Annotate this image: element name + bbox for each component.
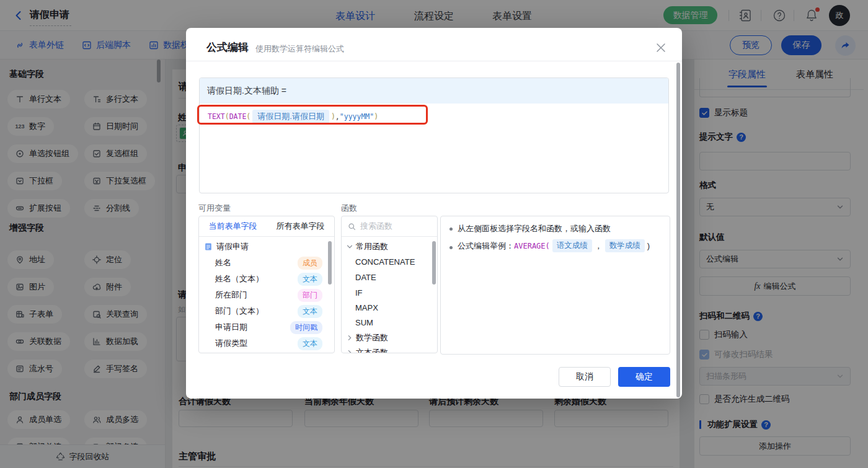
tree-item[interactable]: 请假日期 时间戳: [199, 351, 334, 353]
search-placeholder: 搜索函数: [360, 221, 392, 232]
tip-example-chip: 语文成绩: [552, 239, 592, 252]
formula-paren: (: [246, 112, 250, 121]
formula-fn-date: DATE: [229, 112, 247, 121]
tree-item[interactable]: 部门（文本） 文本: [199, 303, 334, 319]
formula-editor-modal: 公式编辑 使用数学运算符编辑公式 请假日期.文本辅助 = TEXT(DATE(请…: [186, 28, 682, 399]
tip-example-fn: AVERAGE(: [514, 242, 550, 250]
tip-example-chip: 数学成绩: [605, 239, 645, 252]
fn-item-concatenate[interactable]: CONCATENATE: [342, 254, 437, 270]
variables-tabs: 当前表单字段 所有表单字段: [199, 216, 334, 237]
functions-scrollbar-thumb[interactable]: [432, 241, 436, 285]
divider: [186, 61, 682, 61]
chevron-right-icon: [346, 349, 353, 354]
function-search-input[interactable]: 搜索函数: [342, 216, 437, 237]
tip-line-1: 从左侧面板选择字段名和函数，或输入函数: [458, 223, 611, 234]
fn-group-label: 数学函数: [356, 332, 388, 343]
type-badge: 成员: [298, 257, 322, 270]
tip-example-close: ): [647, 241, 650, 250]
functions-label: 函数: [341, 203, 357, 214]
functions-panel: 搜索函数 常用函数 CONCATENATE DATE IF MAPX SUM 数…: [341, 216, 438, 353]
formula-editor-box[interactable]: 请假日期.文本辅助 = TEXT(DATE(请假日期.请假日期),"yyyyMM…: [199, 77, 669, 193]
fn-item-if[interactable]: IF: [342, 285, 437, 301]
formula-fn-text: TEXT: [208, 112, 225, 121]
bullet-dot: [450, 227, 453, 231]
type-badge: 时间戳: [290, 321, 322, 334]
confirm-button[interactable]: 确定: [618, 367, 670, 387]
formula-target-strip: 请假日期.文本辅助 =: [200, 78, 668, 104]
type-badge: 文本: [298, 273, 322, 286]
tree-item[interactable]: 姓名（文本） 文本: [199, 271, 334, 287]
fn-group-text[interactable]: 文本函数: [342, 345, 437, 353]
formula-target-text: 请假日期.文本辅助 =: [207, 86, 286, 97]
type-badge: 文本: [298, 305, 322, 318]
modal-subtitle: 使用数学运算符编辑公式: [255, 43, 344, 55]
formula-paren: (: [225, 112, 229, 121]
chevron-down-icon: [346, 243, 353, 250]
close-icon[interactable]: [655, 42, 666, 53]
tree-item[interactable]: 请假类型 文本: [199, 335, 334, 351]
fn-group-math[interactable]: 数学函数: [342, 330, 437, 345]
formula-comma: ,: [335, 112, 340, 121]
variables-scrollbar-thumb[interactable]: [328, 241, 332, 285]
tree-item-label: 申请日期: [215, 322, 247, 333]
type-badge: 文本: [298, 337, 322, 350]
formula-paren: ): [374, 112, 378, 121]
fn-group-label: 文本函数: [356, 347, 388, 354]
tip-example-prefix: 公式编辑举例：: [458, 241, 514, 252]
fn-item-date[interactable]: DATE: [342, 270, 437, 285]
fn-item-sum[interactable]: SUM: [342, 315, 437, 330]
type-badge: 部门: [298, 289, 322, 302]
formula-paren: ): [331, 112, 335, 121]
tree-item-label: 请假类型: [215, 338, 247, 349]
tip-example-comma: ，: [595, 241, 603, 252]
modal-scrollbar-thumb[interactable]: [676, 63, 680, 397]
tip-line-2: 公式编辑举例：AVERAGE(语文成绩，数学成绩): [458, 239, 650, 252]
fn-item-mapx[interactable]: MAPX: [342, 300, 437, 316]
bullet-dot: [450, 246, 453, 249]
variables-label: 可用变量: [198, 203, 231, 214]
formula-string-arg: "yyyyMM": [340, 112, 374, 121]
type-badge: 时间戳: [290, 353, 322, 354]
formula-field-token[interactable]: 请假日期.请假日期: [252, 110, 329, 123]
tree-item[interactable]: 申请日期 时间戳: [199, 319, 334, 335]
formula-help-panel: 从左侧面板选择字段名和函数，或输入函数 公式编辑举例：AVERAGE(语文成绩，…: [440, 216, 670, 355]
tree-item-label: 姓名: [215, 257, 231, 268]
tree-item-label: 姓名（文本）: [215, 273, 264, 285]
search-icon: [348, 223, 356, 231]
fn-group-label: 常用函数: [356, 241, 388, 252]
modal-title: 公式编辑: [206, 40, 249, 55]
tab-all-form-fields[interactable]: 所有表单字段: [267, 216, 334, 236]
tree-root-label: 请假申请: [216, 241, 249, 252]
tab-current-form-fields[interactable]: 当前表单字段: [199, 216, 267, 236]
tree-item-label: 部门（文本）: [215, 306, 264, 317]
cancel-button[interactable]: 取消: [559, 367, 611, 387]
form-doc-icon: [204, 242, 213, 251]
tree-item[interactable]: 所在部门 部门: [199, 287, 334, 303]
tree-item-label: 所在部门: [215, 289, 247, 301]
variables-panel: 当前表单字段 所有表单字段 请假申请 姓名 成员 姓名（文本） 文本 所在部门 …: [198, 216, 335, 353]
formula-expression[interactable]: TEXT(DATE(请假日期.请假日期),"yyyyMM"): [208, 110, 378, 123]
chevron-right-icon: [346, 334, 353, 342]
fn-group-common[interactable]: 常用函数: [342, 239, 437, 254]
tree-item[interactable]: 姓名 成员: [199, 255, 334, 271]
tree-root-row[interactable]: 请假申请: [199, 239, 334, 255]
